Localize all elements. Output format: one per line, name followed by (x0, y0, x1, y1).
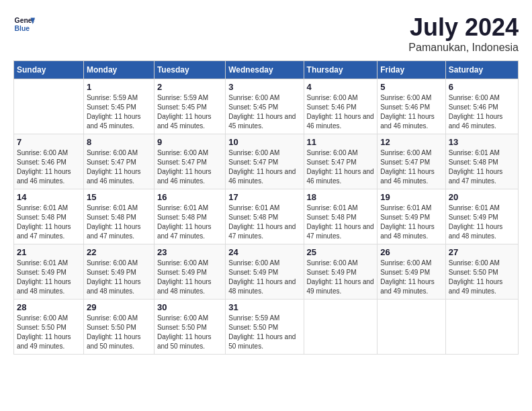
day-number: 3 (228, 82, 300, 92)
calendar-cell: 3Sunrise: 6:00 AMSunset: 5:45 PMDaylight… (226, 79, 304, 134)
day-info: Sunrise: 6:00 AMSunset: 5:50 PMDaylight:… (17, 314, 81, 351)
calendar-header-sunday: Sunday (14, 61, 84, 79)
calendar-cell: 22Sunrise: 6:00 AMSunset: 5:49 PMDayligh… (83, 244, 154, 300)
day-number: 14 (17, 192, 81, 202)
day-info: Sunrise: 5:59 AMSunset: 5:45 PMDaylight:… (87, 93, 151, 131)
day-number: 4 (307, 82, 375, 92)
calendar-cell: 9Sunrise: 6:00 AMSunset: 5:47 PMDaylight… (154, 134, 225, 189)
page-title: July 2024 (408, 13, 519, 42)
calendar-cell (14, 79, 84, 134)
day-info: Sunrise: 6:01 AMSunset: 5:48 PMDaylight:… (449, 148, 515, 186)
calendar-cell: 8Sunrise: 6:00 AMSunset: 5:47 PMDaylight… (83, 134, 154, 189)
calendar-cell: 4Sunrise: 6:00 AMSunset: 5:46 PMDaylight… (304, 79, 378, 134)
day-info: Sunrise: 6:01 AMSunset: 5:49 PMDaylight:… (380, 203, 443, 241)
day-info: Sunrise: 6:00 AMSunset: 5:50 PMDaylight:… (87, 314, 151, 351)
day-info: Sunrise: 6:00 AMSunset: 5:46 PMDaylight:… (17, 148, 81, 186)
calendar-cell: 24Sunrise: 6:00 AMSunset: 5:49 PMDayligh… (226, 244, 304, 300)
day-info: Sunrise: 5:59 AMSunset: 5:50 PMDaylight:… (228, 314, 300, 351)
day-number: 6 (449, 82, 515, 92)
calendar-header-tuesday: Tuesday (154, 61, 225, 79)
calendar-cell: 16Sunrise: 6:01 AMSunset: 5:48 PMDayligh… (154, 189, 225, 244)
calendar-cell: 19Sunrise: 6:01 AMSunset: 5:49 PMDayligh… (378, 189, 446, 244)
day-info: Sunrise: 6:01 AMSunset: 5:48 PMDaylight:… (157, 203, 222, 241)
calendar-header-monday: Monday (83, 61, 154, 79)
day-number: 17 (228, 192, 300, 202)
day-info: Sunrise: 6:01 AMSunset: 5:48 PMDaylight:… (17, 203, 81, 241)
calendar-cell: 23Sunrise: 6:00 AMSunset: 5:49 PMDayligh… (154, 244, 225, 300)
day-info: Sunrise: 6:00 AMSunset: 5:45 PMDaylight:… (228, 93, 300, 131)
logo: General Blue (13, 13, 35, 35)
calendar-cell: 21Sunrise: 6:01 AMSunset: 5:49 PMDayligh… (14, 244, 84, 300)
day-number: 24 (228, 247, 300, 257)
day-number: 18 (307, 192, 375, 202)
calendar-cell: 14Sunrise: 6:01 AMSunset: 5:48 PMDayligh… (14, 189, 84, 244)
day-number: 9 (157, 137, 222, 147)
day-info: Sunrise: 6:01 AMSunset: 5:48 PMDaylight:… (307, 203, 375, 241)
day-number: 30 (157, 302, 222, 312)
logo-icon: General Blue (13, 13, 35, 35)
calendar-header-thursday: Thursday (304, 61, 378, 79)
day-info: Sunrise: 6:00 AMSunset: 5:50 PMDaylight:… (449, 259, 515, 296)
day-info: Sunrise: 6:00 AMSunset: 5:47 PMDaylight:… (307, 148, 375, 186)
calendar-week-row: 14Sunrise: 6:01 AMSunset: 5:48 PMDayligh… (14, 189, 519, 244)
calendar-cell: 26Sunrise: 6:00 AMSunset: 5:49 PMDayligh… (378, 244, 446, 300)
day-number: 16 (157, 192, 222, 202)
day-number: 19 (380, 192, 443, 202)
day-info: Sunrise: 6:00 AMSunset: 5:49 PMDaylight:… (307, 259, 375, 296)
calendar-cell: 25Sunrise: 6:00 AMSunset: 5:49 PMDayligh… (304, 244, 378, 300)
title-area: July 2024 Pamanukan, Indonesia (408, 13, 519, 54)
calendar-cell: 5Sunrise: 6:00 AMSunset: 5:46 PMDaylight… (378, 79, 446, 134)
calendar-header-row: SundayMondayTuesdayWednesdayThursdayFrid… (14, 61, 519, 79)
day-number: 13 (449, 137, 515, 147)
calendar-header-saturday: Saturday (445, 61, 518, 79)
day-number: 1 (87, 82, 151, 92)
day-number: 28 (17, 302, 81, 312)
day-number: 8 (87, 137, 151, 147)
day-number: 31 (228, 302, 300, 312)
calendar-cell (304, 300, 378, 355)
day-number: 10 (228, 137, 300, 147)
calendar-week-row: 21Sunrise: 6:01 AMSunset: 5:49 PMDayligh… (14, 244, 519, 300)
day-number: 27 (449, 247, 515, 257)
page-subtitle: Pamanukan, Indonesia (408, 42, 519, 54)
day-info: Sunrise: 6:01 AMSunset: 5:48 PMDaylight:… (228, 203, 300, 241)
day-number: 15 (87, 192, 151, 202)
day-info: Sunrise: 6:00 AMSunset: 5:46 PMDaylight:… (307, 93, 375, 131)
day-number: 12 (380, 137, 443, 147)
calendar-cell: 27Sunrise: 6:00 AMSunset: 5:50 PMDayligh… (445, 244, 518, 300)
day-number: 11 (307, 137, 375, 147)
calendar-cell: 15Sunrise: 6:01 AMSunset: 5:48 PMDayligh… (83, 189, 154, 244)
day-info: Sunrise: 6:01 AMSunset: 5:48 PMDaylight:… (87, 203, 151, 241)
calendar-cell: 28Sunrise: 6:00 AMSunset: 5:50 PMDayligh… (14, 300, 84, 355)
calendar-cell (445, 300, 518, 355)
svg-text:Blue: Blue (15, 25, 30, 32)
day-info: Sunrise: 6:01 AMSunset: 5:49 PMDaylight:… (17, 259, 81, 296)
day-info: Sunrise: 6:00 AMSunset: 5:46 PMDaylight:… (449, 93, 515, 131)
calendar-cell: 6Sunrise: 6:00 AMSunset: 5:46 PMDaylight… (445, 79, 518, 134)
header: General Blue July 2024 Pamanukan, Indone… (13, 13, 519, 54)
day-info: Sunrise: 6:00 AMSunset: 5:47 PMDaylight:… (87, 148, 151, 186)
day-number: 26 (380, 247, 443, 257)
calendar-cell: 1Sunrise: 5:59 AMSunset: 5:45 PMDaylight… (83, 79, 154, 134)
day-info: Sunrise: 6:00 AMSunset: 5:49 PMDaylight:… (157, 259, 222, 296)
calendar-table: SundayMondayTuesdayWednesdayThursdayFrid… (13, 60, 519, 355)
day-number: 20 (449, 192, 515, 202)
calendar-week-row: 28Sunrise: 6:00 AMSunset: 5:50 PMDayligh… (14, 300, 519, 355)
day-info: Sunrise: 6:00 AMSunset: 5:49 PMDaylight:… (380, 259, 443, 296)
calendar-header-friday: Friday (378, 61, 446, 79)
day-number: 22 (87, 247, 151, 257)
day-info: Sunrise: 6:00 AMSunset: 5:50 PMDaylight:… (157, 314, 222, 351)
calendar-week-row: 1Sunrise: 5:59 AMSunset: 5:45 PMDaylight… (14, 79, 519, 134)
day-info: Sunrise: 6:00 AMSunset: 5:47 PMDaylight:… (157, 148, 222, 186)
calendar-week-row: 7Sunrise: 6:00 AMSunset: 5:46 PMDaylight… (14, 134, 519, 189)
day-number: 29 (87, 302, 151, 312)
calendar-cell: 20Sunrise: 6:01 AMSunset: 5:49 PMDayligh… (445, 189, 518, 244)
calendar-cell: 2Sunrise: 5:59 AMSunset: 5:45 PMDaylight… (154, 79, 225, 134)
day-info: Sunrise: 6:00 AMSunset: 5:47 PMDaylight:… (228, 148, 300, 186)
day-number: 5 (380, 82, 443, 92)
calendar-cell (378, 300, 446, 355)
day-info: Sunrise: 6:00 AMSunset: 5:46 PMDaylight:… (380, 93, 443, 131)
calendar-cell: 7Sunrise: 6:00 AMSunset: 5:46 PMDaylight… (14, 134, 84, 189)
day-number: 2 (157, 82, 222, 92)
day-info: Sunrise: 6:00 AMSunset: 5:49 PMDaylight:… (87, 259, 151, 296)
